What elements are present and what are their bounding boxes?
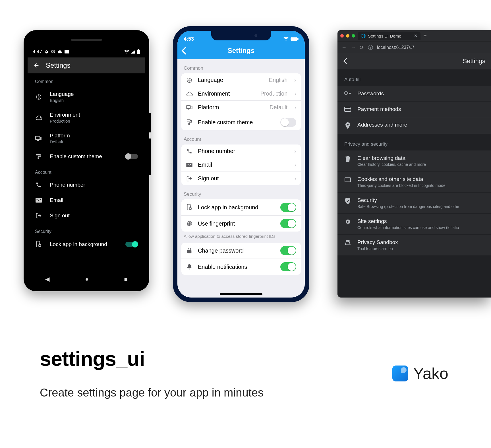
setting-row-notifications[interactable]: Enable notifications	[181, 259, 301, 275]
custom-theme-label: Enable custom theme	[198, 119, 253, 126]
signout-icon	[186, 176, 193, 182]
svg-rect-15	[191, 106, 192, 109]
environment-value: Production	[260, 90, 288, 97]
maximize-window-icon[interactable]	[352, 34, 355, 38]
site-sub: Controls what information sites can use …	[357, 225, 459, 230]
lock-bg-switch[interactable]	[280, 203, 296, 212]
fingerprint-switch[interactable]	[280, 219, 296, 228]
email-label: Email	[198, 162, 212, 168]
lock-icon	[186, 247, 193, 254]
svg-rect-12	[297, 38, 298, 40]
setting-row-phone[interactable]: Phone number ›	[181, 144, 301, 158]
new-tab-button[interactable]: +	[423, 33, 427, 39]
setting-row-environment[interactable]: Environment Production	[28, 107, 145, 128]
key-icon	[344, 91, 351, 95]
svg-rect-0	[65, 50, 69, 53]
fingerprint-icon	[186, 220, 193, 227]
reload-icon[interactable]: ⟳	[360, 44, 364, 51]
change-password-switch[interactable]	[280, 246, 296, 255]
custom-theme-switch[interactable]	[125, 154, 138, 159]
setting-row-security[interactable]: Security Safe Browsing (protection from …	[337, 193, 491, 214]
back-icon[interactable]	[181, 47, 187, 55]
custom-theme-switch[interactable]	[280, 118, 296, 127]
setting-row-lock-bg[interactable]: Lock app in background	[28, 236, 145, 252]
site-label: Site settings	[357, 218, 459, 224]
card-icon	[65, 50, 69, 54]
setting-row-language[interactable]: Language English ›	[181, 73, 301, 87]
page-title: Settings	[228, 47, 255, 55]
setting-row-cookies[interactable]: Cookies and other site data Third-party …	[337, 172, 491, 193]
setting-row-custom-theme[interactable]: Enable custom theme	[28, 149, 145, 164]
change-password-label: Change password	[198, 247, 244, 254]
setting-row-site-settings[interactable]: Site settings Controls what information …	[337, 214, 491, 235]
setting-row-platform[interactable]: Platform Default ›	[181, 101, 301, 114]
setting-row-clear-data[interactable]: Clear browsing data Clear history, cooki…	[337, 150, 491, 172]
ios-device-frame: 4:53 Settings	[173, 26, 309, 302]
language-label: Language	[50, 91, 138, 97]
android-device-frame: 4:47 G	[24, 30, 149, 291]
setting-row-signout[interactable]: Sign out ›	[181, 172, 301, 185]
tab-title: Settings UI Demo	[368, 34, 401, 38]
platform-label: Platform	[198, 104, 219, 111]
android-side-button	[149, 138, 151, 175]
setting-row-platform[interactable]: Platform Default	[28, 128, 145, 149]
chevron-right-icon: ›	[294, 148, 296, 154]
setting-row-phone[interactable]: Phone number	[28, 177, 145, 193]
brand-logo-icon	[392, 366, 408, 381]
page-title: Settings	[46, 61, 71, 69]
android-nav-bar: ◀ ● ■	[28, 271, 145, 287]
clear-label: Clear browsing data	[357, 155, 426, 161]
setting-row-lock-bg[interactable]: Lock app in background	[181, 199, 301, 216]
phone-label: Phone number	[198, 148, 235, 154]
setting-row-addresses[interactable]: Addresses and more	[337, 117, 491, 134]
phone-icon	[186, 148, 193, 154]
clear-sub: Clear history, cookies, cache and more	[357, 162, 426, 167]
custom-theme-label: Enable custom theme	[50, 153, 118, 160]
nav-home-icon[interactable]: ●	[85, 276, 88, 282]
chevron-right-icon: ›	[294, 104, 296, 111]
setting-row-email[interactable]: Email	[28, 193, 145, 208]
setting-row-change-password[interactable]: Change password	[181, 243, 301, 259]
environment-label: Environment	[50, 112, 138, 118]
nav-forward-icon[interactable]: →	[351, 44, 356, 50]
brand-name: Yako	[413, 364, 448, 383]
svg-rect-9	[39, 245, 41, 246]
minimize-window-icon[interactable]	[346, 34, 349, 38]
setting-row-language[interactable]: Language English	[28, 86, 145, 107]
nav-back-icon[interactable]: ←	[341, 44, 347, 50]
ios-home-indicator[interactable]	[220, 293, 262, 295]
url-text[interactable]: localhost:61237/#/	[377, 45, 414, 50]
setting-row-sandbox[interactable]: Privacy Sandbox Trial features are on	[337, 235, 491, 256]
site-info-icon[interactable]: ⓘ	[368, 44, 373, 51]
back-icon[interactable]	[33, 62, 40, 69]
setting-row-environment[interactable]: Environment Production ›	[181, 87, 301, 101]
sandbox-icon	[344, 240, 351, 245]
back-icon[interactable]	[343, 58, 347, 64]
signout-label: Sign out	[198, 175, 219, 182]
close-window-icon[interactable]	[340, 34, 344, 38]
battery-icon	[291, 37, 299, 41]
nav-back-icon[interactable]: ◀	[45, 276, 49, 282]
lock-bg-switch[interactable]	[125, 242, 138, 247]
notifications-switch[interactable]	[280, 262, 296, 271]
setting-row-payment[interactable]: Payment methods	[337, 102, 491, 117]
setting-row-custom-theme[interactable]: Enable custom theme	[181, 114, 301, 130]
close-tab-icon[interactable]: ✕	[414, 33, 418, 38]
setting-row-fingerprint[interactable]: Use fingerprint	[181, 216, 301, 232]
nav-recent-icon[interactable]: ■	[124, 276, 127, 282]
brand-badge: Yako	[392, 364, 448, 383]
svg-rect-19	[189, 208, 191, 209]
paint-roller-icon	[35, 153, 42, 160]
setting-row-passwords[interactable]: Passwords	[337, 86, 491, 102]
battery-icon	[137, 49, 140, 54]
browser-tab[interactable]: 🌐 Settings UI Demo ✕	[358, 32, 420, 40]
section-header-security: Security	[177, 185, 305, 199]
status-time: 4:53	[184, 36, 194, 42]
setting-row-signout[interactable]: Sign out	[28, 208, 145, 223]
hero-subtitle: Create settings page for your app in min…	[40, 386, 264, 399]
setting-row-email[interactable]: Email ›	[181, 158, 301, 172]
page-title: Settings	[463, 57, 486, 65]
language-value: English	[269, 77, 288, 83]
svg-rect-23	[347, 93, 351, 93]
svg-rect-4	[36, 136, 40, 140]
